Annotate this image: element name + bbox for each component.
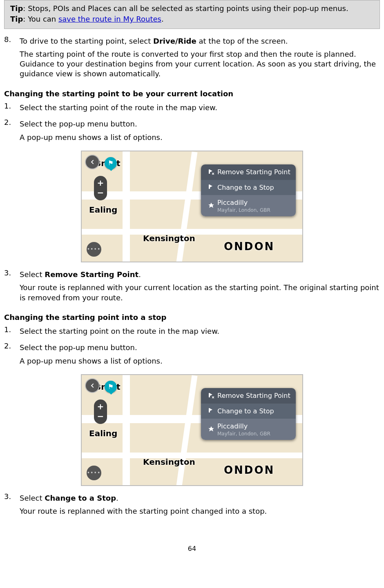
- place-title: Piccadilly: [217, 422, 248, 430]
- menu-item-change-stop[interactable]: Change to a Stop: [201, 180, 296, 195]
- location-icon: [205, 426, 217, 433]
- tip2-link[interactable]: save the route in My Routes: [58, 15, 161, 23]
- back-button[interactable]: [86, 379, 99, 392]
- location-icon: [205, 202, 217, 209]
- start-flag-icon[interactable]: ⚑: [105, 381, 117, 393]
- menu-item-change-stop[interactable]: Change to a Stop: [201, 404, 296, 419]
- page-number: 64: [4, 544, 380, 553]
- tip2-before: : You can: [23, 15, 58, 23]
- map-label-ealing: Ealing: [89, 204, 117, 215]
- list-sectionB: 1. Select the starting point on the rout…: [4, 325, 380, 369]
- zoom-in-button[interactable]: +: [97, 402, 104, 412]
- map-label-kensington: Kensington: [143, 233, 195, 244]
- zoom-out-button[interactable]: −: [97, 188, 104, 198]
- text: Your route is replanned with the startin…: [20, 506, 380, 516]
- text: Select the pop-up menu button.: [20, 343, 380, 353]
- step-marker: 3.: [4, 492, 20, 501]
- list-sectionA: 1. Select the starting point of the rout…: [4, 101, 380, 146]
- map-label-london: ONDON: [224, 463, 275, 477]
- list-sectionB-2: 3. Select Change to a Stop. Your route i…: [4, 492, 380, 520]
- text: Select the starting point on the route i…: [20, 326, 380, 336]
- step-marker: 8.: [4, 35, 20, 44]
- list-item: 2. Select the pop-up menu button. A pop-…: [4, 118, 380, 146]
- tip-label: Tip: [10, 15, 23, 23]
- change-stop-icon: [205, 407, 217, 415]
- figure-2-wrap: Brent Ealing Kensington ONDON ⚑ + − ••••…: [4, 374, 380, 486]
- list-item: 3. Select Remove Starting Point. Your ro…: [4, 268, 380, 306]
- text: Select Change to a Stop.: [20, 493, 380, 503]
- tip-label: Tip: [10, 4, 23, 13]
- step-marker: 1.: [4, 325, 20, 335]
- text: Select Remove Starting Point.: [20, 270, 380, 280]
- text: A pop-up menu shows a list of options.: [20, 133, 380, 142]
- text: Select: [20, 494, 45, 502]
- menu-item-place[interactable]: Piccadilly Mayfair, London, GBR: [201, 419, 296, 440]
- text: at the top of the screen.: [196, 37, 288, 45]
- list-step8: 8. To drive to the starting point, selec…: [4, 35, 380, 82]
- text: .: [116, 494, 118, 502]
- menu-label: Remove Starting Point: [217, 391, 292, 400]
- place-sub: Mayfair, London, GBR: [217, 207, 292, 213]
- step-marker: 2.: [4, 341, 20, 351]
- tip-box: Tip: Stops, POIs and Places can all be s…: [4, 0, 380, 29]
- step8-line1: To drive to the starting point, select D…: [20, 36, 380, 46]
- step8-para: The starting point of the route is conve…: [20, 49, 380, 79]
- text: To drive to the starting point, select: [20, 37, 153, 45]
- place-sub: Mayfair, London, GBR: [217, 431, 292, 437]
- figure-1-wrap: Brent Ealing Kensington ONDON ⚑ + − ••••…: [4, 151, 380, 262]
- remove-start-icon: [205, 169, 217, 176]
- map-label-kensington: Kensington: [143, 457, 195, 468]
- zoom-control[interactable]: + −: [94, 399, 107, 424]
- back-icon: [89, 159, 96, 165]
- tip-line-1: Tip: Stops, POIs and Places can all be s…: [10, 4, 374, 13]
- zoom-in-button[interactable]: +: [97, 178, 104, 188]
- popup-menu: Remove Starting Point Change to a Stop P…: [201, 164, 296, 216]
- step-marker: 1.: [4, 101, 20, 111]
- text: Select the starting point of the route i…: [20, 103, 380, 113]
- menu-label: Remove Starting Point: [217, 168, 292, 177]
- list-item: 1. Select the starting point of the rout…: [4, 101, 380, 116]
- menu-place: Piccadilly Mayfair, London, GBR: [217, 198, 292, 213]
- tip2-after: .: [161, 15, 164, 23]
- heading-change-current: Changing the starting point to be your c…: [4, 89, 380, 99]
- tip-line-2: Tip: You can save the route in My Routes…: [10, 14, 374, 24]
- map-screenshot-1: Brent Ealing Kensington ONDON ⚑ + − ••••…: [81, 151, 303, 262]
- zoom-control[interactable]: + −: [94, 176, 107, 200]
- more-button[interactable]: ••••: [87, 242, 101, 257]
- change-stop-label: Change to a Stop: [45, 494, 116, 502]
- tip1-text: : Stops, POIs and Places can all be sele…: [23, 4, 348, 13]
- menu-item-remove-start[interactable]: Remove Starting Point: [201, 164, 296, 180]
- menu-label: Change to a Stop: [217, 183, 292, 192]
- list-item: 3. Select Change to a Stop. Your route i…: [4, 492, 380, 520]
- zoom-out-button[interactable]: −: [97, 412, 104, 422]
- heading-change-stop: Changing the starting point into a stop: [4, 313, 380, 322]
- list-item: 8. To drive to the starting point, selec…: [4, 35, 380, 82]
- list-item: 2. Select the pop-up menu button. A pop-…: [4, 341, 380, 369]
- map-label-ealing: Ealing: [89, 428, 117, 439]
- menu-item-place[interactable]: Piccadilly Mayfair, London, GBR: [201, 195, 296, 216]
- change-stop-icon: [205, 184, 217, 191]
- step-marker: 3.: [4, 268, 20, 278]
- menu-place: Piccadilly Mayfair, London, GBR: [217, 422, 292, 437]
- menu-label: Change to a Stop: [217, 407, 292, 416]
- text: Select: [20, 270, 45, 279]
- back-button[interactable]: [86, 155, 99, 169]
- back-icon: [89, 382, 96, 389]
- text: Your route is replanned with your curren…: [20, 283, 380, 303]
- list-item: 1. Select the starting point on the rout…: [4, 325, 380, 339]
- text: .: [138, 270, 141, 279]
- remove-start-label: Remove Starting Point: [45, 270, 138, 279]
- text: Select the pop-up menu button.: [20, 119, 380, 129]
- list-sectionA-2: 3. Select Remove Starting Point. Your ro…: [4, 268, 380, 306]
- popup-menu: Remove Starting Point Change to a Stop P…: [201, 388, 296, 440]
- menu-item-remove-start[interactable]: Remove Starting Point: [201, 388, 296, 404]
- step-marker: 2.: [4, 118, 20, 127]
- remove-start-icon: [205, 392, 217, 399]
- start-flag-icon[interactable]: ⚑: [105, 157, 117, 169]
- map-screenshot-2: Brent Ealing Kensington ONDON ⚑ + − ••••…: [81, 374, 303, 486]
- text: A pop-up menu shows a list of options.: [20, 356, 380, 366]
- drive-ride-label: Drive/Ride: [153, 37, 196, 45]
- more-button[interactable]: ••••: [87, 466, 101, 480]
- place-title: Piccadilly: [217, 199, 248, 206]
- map-label-london: ONDON: [224, 240, 275, 254]
